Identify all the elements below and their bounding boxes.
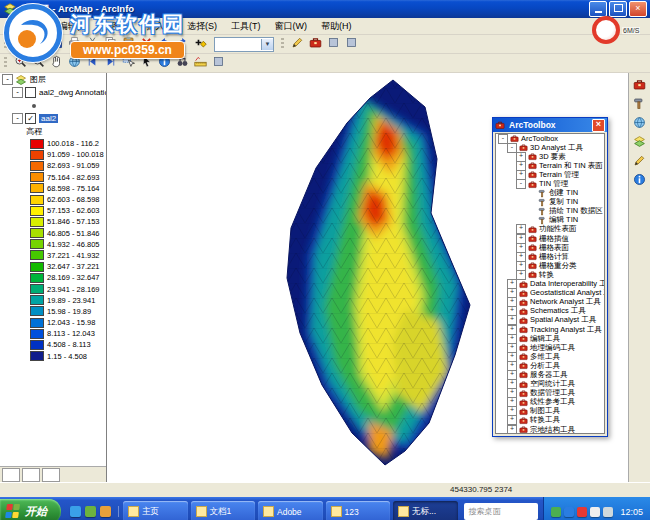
arctoolbox-window[interactable]: ArcToolbox × ArcToolbox 3D Analyst 工具 <box>492 117 608 437</box>
toolbar-button[interactable] <box>191 55 209 72</box>
legend-swatch <box>30 228 44 238</box>
legend-label: 37.221 - 41.932 <box>47 251 100 260</box>
menu-item[interactable]: 帮助(H) <box>314 20 359 33</box>
toolbox-icon <box>519 298 529 307</box>
legend-swatch <box>30 150 44 160</box>
toolbar-button[interactable] <box>631 172 649 189</box>
legend-entry: 4.508 - 8.113 <box>0 339 106 350</box>
arctoolbox-titlebar[interactable]: ArcToolbox × <box>493 118 607 132</box>
layers-icon <box>15 74 28 86</box>
legend-entry: 28.169 - 32.647 <box>0 272 106 283</box>
taskbar-button[interactable]: 无标... <box>393 501 458 520</box>
hammer-icon <box>633 97 646 113</box>
goto-xy-icon <box>212 55 225 71</box>
tree-toggle[interactable] <box>516 179 526 189</box>
toolbar-button[interactable] <box>209 55 227 72</box>
toolbox-icon <box>519 407 529 416</box>
legend-swatch <box>30 172 44 182</box>
toolbar-button[interactable] <box>631 153 649 170</box>
messenger-icon[interactable] <box>564 507 574 517</box>
taskbar-button[interactable]: 123 <box>326 501 391 520</box>
tree-toggle[interactable] <box>507 425 517 434</box>
layer-checkbox[interactable] <box>25 113 36 124</box>
toc-selection-tab[interactable] <box>42 468 60 482</box>
toolbar-button[interactable] <box>631 77 649 94</box>
close-button[interactable]: × <box>629 1 647 17</box>
add-data-icon <box>194 36 207 52</box>
media-player-icon[interactable] <box>100 506 111 517</box>
toolbox-tree-item[interactable]: 宗地结构工具 <box>496 425 604 434</box>
maximize-button[interactable] <box>609 1 627 17</box>
toolbar-button[interactable] <box>288 36 306 53</box>
taskbar-button[interactable]: 文档1 <box>191 501 256 520</box>
arctoolbox-close-button[interactable]: × <box>592 119 605 132</box>
toolbar-grip[interactable] <box>281 38 284 50</box>
layer-item-annotation[interactable]: - aal2_dwg Annotation <box>0 86 106 99</box>
toolbar-button[interactable] <box>631 115 649 132</box>
toolbar-button[interactable] <box>191 36 209 53</box>
arctoolbox-tree: ArcToolbox 3D Analyst 工具 3D 要素 <box>495 133 605 434</box>
layer-checkbox[interactable] <box>25 87 36 98</box>
speed-ball-icon[interactable] <box>592 16 620 44</box>
input-method-icon[interactable] <box>590 507 600 517</box>
toolbox-icon <box>528 243 538 252</box>
taskbar-button-label: 123 <box>345 507 359 517</box>
taskbar-button[interactable]: Adobe <box>258 501 323 520</box>
legend-swatch <box>30 329 44 339</box>
legend-label: 82.693 - 91.059 <box>47 161 100 170</box>
net-speed-widget[interactable]: 6M/S <box>592 16 640 44</box>
legend-entry: 1.15 - 4.508 <box>0 351 106 362</box>
expand-toggle[interactable]: - <box>2 74 13 85</box>
toc-root[interactable]: - 图层 <box>0 73 106 86</box>
desktop-search-input[interactable]: 搜索桌面 <box>464 503 538 520</box>
volume-icon[interactable] <box>603 507 613 517</box>
taskbar-button[interactable]: 主页 <box>123 501 188 520</box>
tree-toggle[interactable] <box>516 270 526 280</box>
legend-swatch <box>30 239 44 249</box>
toolbar-button[interactable] <box>631 96 649 113</box>
clock: 12:05 <box>620 507 643 517</box>
toolbar-button[interactable] <box>324 36 342 53</box>
layers-icon <box>633 135 646 151</box>
menu-item[interactable]: 选择(S) <box>180 20 224 33</box>
toolbar-button[interactable] <box>631 134 649 151</box>
legend-label: 28.169 - 32.647 <box>47 273 100 282</box>
menu-item[interactable]: 工具(T) <box>224 20 268 33</box>
chevron-down-icon[interactable]: ▼ <box>261 39 273 50</box>
net-speed-label: 6M/S <box>622 27 640 34</box>
expand-toggle[interactable]: - <box>12 113 23 124</box>
toolbar-button[interactable] <box>342 36 360 53</box>
start-button[interactable]: 开始 <box>0 499 61 520</box>
toolbar-button[interactable] <box>306 36 324 53</box>
toolbox-icon <box>519 389 529 398</box>
layer-item-tin[interactable]: - aal2 <box>0 112 106 125</box>
toc-source-tab[interactable] <box>22 468 40 482</box>
legend-swatch <box>30 340 44 350</box>
antivirus-icon[interactable] <box>551 507 561 517</box>
legend-label: 12.043 - 15.98 <box>47 318 95 327</box>
taskbar-button-label: 主页 <box>142 506 159 518</box>
legend: 100.018 - 116.2 91.059 - 100.018 82.693 … <box>0 138 106 362</box>
menu-item[interactable]: 窗口(W) <box>268 20 315 33</box>
legend-label: 68.598 - 75.164 <box>47 184 100 193</box>
legend-label: 91.059 - 100.018 <box>47 150 104 159</box>
toolbox-icon <box>528 234 538 243</box>
toolbox-icon <box>519 325 529 334</box>
alert-icon[interactable] <box>577 507 587 517</box>
toolbox-icon <box>519 398 529 407</box>
browser-icon[interactable] <box>70 506 81 517</box>
map-canvas[interactable]: ArcToolbox × ArcToolbox 3D Analyst 工具 <box>107 73 628 482</box>
coordinates-readout: 454330.795 2374 <box>450 485 512 494</box>
legend-entry: 8.113 - 12.043 <box>0 328 106 339</box>
toc-display-tab[interactable] <box>2 468 20 482</box>
minimize-button[interactable] <box>589 1 607 17</box>
toolbox-icon <box>528 161 538 170</box>
toolbox-icon <box>528 225 538 234</box>
legend-swatch <box>30 306 44 316</box>
legend-label: 62.603 - 68.598 <box>47 195 100 204</box>
expand-toggle[interactable]: - <box>12 87 23 98</box>
toolbox-icon <box>519 361 529 370</box>
show-desktop-icon[interactable] <box>85 506 96 517</box>
scale-combo[interactable]: ▼ <box>214 37 274 52</box>
model-builder-icon <box>327 36 340 52</box>
